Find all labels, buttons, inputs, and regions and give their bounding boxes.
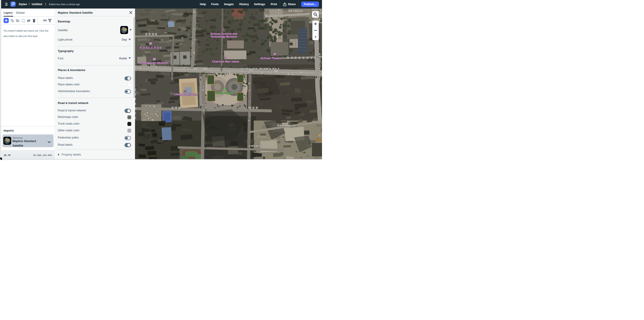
svg-text:S: S (278, 12, 280, 14)
svg-text:SHUDU AVE RENMIN RD E: SHUDU AVE RENMIN RD E (240, 67, 280, 70)
svg-text:Technology Museum: Technology Museum (210, 35, 237, 38)
svg-text:E: E (319, 67, 321, 70)
svg-text:N: N (278, 9, 280, 11)
svg-text:S: S (319, 75, 321, 78)
svg-text:S: S (319, 53, 321, 56)
svg-text:H: H (319, 65, 320, 67)
svg-text:G: G (312, 9, 314, 11)
svg-text:RANFANG ST: RANFANG ST (278, 124, 296, 127)
svg-text:N: N (319, 60, 320, 63)
svg-text:T: T (319, 78, 320, 80)
svg-text:Tianfu Square: Tianfu Square (216, 91, 234, 95)
svg-text:DAYOU LN: DAYOU LN (288, 10, 303, 12)
svg-text:Sichuan Science and: Sichuan Science and (210, 32, 237, 36)
svg-text:Sichuan Theatre: Sichuan Theatre (260, 57, 281, 60)
svg-text:S: S (319, 9, 321, 11)
svg-text:G: G (319, 72, 321, 74)
svg-text:Chengdu Art Museum: Chengdu Art Museum (140, 61, 168, 65)
svg-text:U: U (319, 58, 320, 60)
svg-text:LIHUA ST: LIHUA ST (249, 144, 263, 147)
svg-text:T: T (278, 14, 280, 16)
svg-text:Chairman Mao statue: Chairman Mao statue (212, 60, 239, 63)
svg-text:C: C (319, 63, 320, 65)
svg-text:Chengdu Museum: Chengdu Museum (174, 93, 197, 96)
svg-text:N: N (319, 70, 320, 72)
svg-text:H: H (319, 55, 320, 58)
svg-text:XiaoLon: XiaoLon (316, 138, 322, 141)
